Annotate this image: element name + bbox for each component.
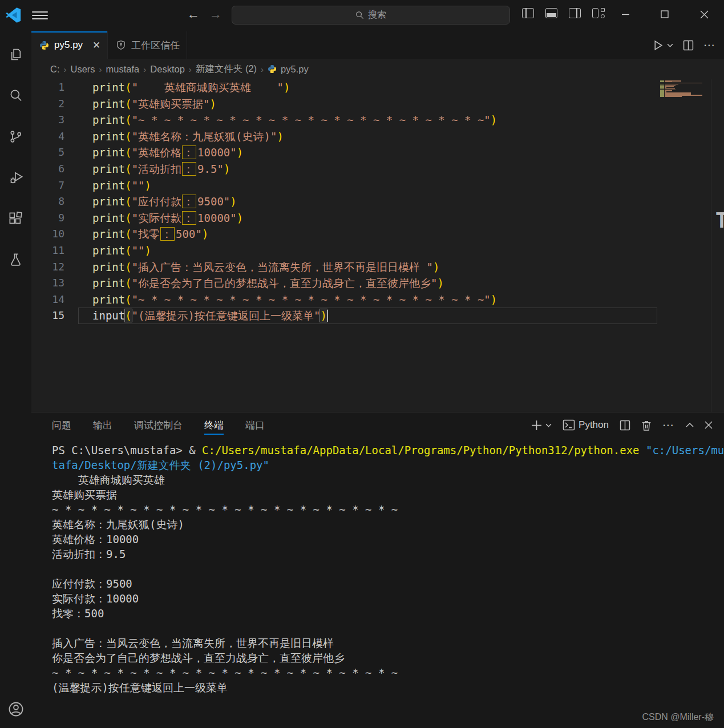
minimap[interactable]: [660, 80, 705, 97]
panel-actions: Python ⋯: [531, 412, 713, 438]
code-line[interactable]: 15input("(温馨提示)按任意键返回上一级菜单"): [31, 308, 724, 324]
forward-arrow-icon[interactable]: →: [207, 7, 224, 22]
tab-py5[interactable]: py5.py ✕: [31, 31, 108, 59]
extensions-icon[interactable]: [0, 204, 31, 233]
toggle-sidebar-icon[interactable]: [522, 8, 534, 18]
terminal-line: [52, 561, 718, 576]
code-token: ): [491, 293, 497, 306]
panel-more-icon[interactable]: ⋯: [662, 418, 675, 432]
code-token: (: [125, 98, 131, 110]
breadcrumb-file-label: py5.py: [281, 64, 309, 75]
terminal-text: C:/Users/mustafa/AppData/Local/Programs/…: [202, 444, 639, 456]
text-cursor: [327, 310, 328, 322]
breadcrumb-separator: ›: [98, 64, 104, 74]
line-number: 8: [31, 193, 78, 210]
command-center-search[interactable]: 搜索: [232, 6, 510, 25]
split-editor-icon[interactable]: [683, 40, 694, 51]
code-token: "": [132, 179, 145, 192]
code-text: print("实际付款：10000"): [78, 210, 243, 227]
terminal-profile[interactable]: Python: [563, 419, 609, 431]
close-panel-icon[interactable]: [705, 421, 713, 429]
code-line[interactable]: 7print(""): [31, 177, 724, 194]
panel-tab-输出[interactable]: 输出: [93, 412, 112, 438]
code-token: "~ * ~ * ~ * ~ * ~ * ~ * ~ * ~ * ~ * ~ *…: [132, 114, 491, 126]
panel-tab-终端[interactable]: 终端: [204, 412, 224, 438]
code-text: print("~ * ~ * ~ * ~ * ~ * ~ * ~ * ~ * ~…: [78, 292, 497, 308]
maximize-button[interactable]: [652, 0, 678, 29]
menu-icon[interactable]: [32, 9, 48, 22]
terminal-text: ~ * ~ * ~ * ~ * ~ * ~ * ~ * ~ * ~ * ~ * …: [52, 666, 398, 679]
tab-workspace-trust[interactable]: 工作区信任: [108, 31, 187, 59]
code-token: ：: [182, 211, 196, 225]
code-token: ): [284, 81, 290, 94]
new-terminal-button[interactable]: [531, 420, 552, 431]
code-token: print: [92, 277, 125, 289]
code-line[interactable]: 2print("英雄购买票据"): [31, 96, 724, 112]
toggle-secondary-sidebar-icon[interactable]: [569, 8, 581, 18]
line-number: 2: [31, 96, 78, 112]
breadcrumb-item[interactable]: mustafa: [106, 64, 140, 75]
line-number: 12: [31, 259, 78, 276]
maximize-panel-icon[interactable]: [686, 422, 694, 428]
breadcrumb-item[interactable]: Desktop: [150, 64, 185, 75]
search-view-icon[interactable]: [0, 80, 31, 110]
line-number: 10: [31, 226, 78, 242]
toggle-panel-icon[interactable]: [545, 8, 557, 18]
breadcrumb-item[interactable]: 新建文件夹 (2): [196, 63, 257, 75]
testing-icon[interactable]: [0, 245, 31, 274]
code-token: print: [92, 114, 125, 126]
code-line[interactable]: 10print("找零：500"): [31, 226, 724, 242]
more-actions-icon[interactable]: ⋯: [703, 38, 716, 52]
code-token: print: [92, 195, 125, 208]
code-line[interactable]: 14print("~ * ~ * ~ * ~ * ~ * ~ * ~ * ~ *…: [31, 292, 724, 308]
watermark: CSDN @Miller-穆: [642, 711, 714, 723]
customize-layout-icon[interactable]: [592, 8, 605, 18]
terminal-line: 实际付款：10000: [52, 591, 718, 606]
panel-tab-端口[interactable]: 端口: [245, 412, 265, 438]
run-debug-icon[interactable]: [0, 163, 31, 192]
code-editor[interactable]: 1print(" 英雄商城购买英雄 ")2print("英雄购买票据")3pri…: [31, 79, 724, 412]
code-line[interactable]: 4print("英雄名称：九尾妖狐(史诗)"): [31, 128, 724, 145]
code-line[interactable]: 8print("应付付款：9500"): [31, 193, 724, 210]
code-token: print: [92, 212, 125, 224]
account-icon[interactable]: [0, 701, 31, 718]
back-arrow-icon[interactable]: ←: [185, 7, 202, 22]
code-line[interactable]: 5print("英雄价格：10000"): [31, 144, 724, 161]
kill-terminal-icon[interactable]: [641, 420, 652, 431]
code-token: ): [210, 98, 216, 110]
panel-tab-调试控制台[interactable]: 调试控制台: [134, 412, 183, 438]
code-line[interactable]: 9print("实际付款：10000"): [31, 210, 724, 227]
breadcrumb-separator: ›: [259, 64, 265, 74]
close-tab-icon[interactable]: ✕: [92, 39, 100, 51]
code-line[interactable]: 12print("插入广告：当风云变色，当流离失所，世界不再是旧日模样 "): [31, 259, 724, 276]
code-token: ): [433, 261, 439, 273]
terminal-line: (温馨提示)按任意键返回上一级菜单: [52, 680, 718, 695]
code-line[interactable]: 6print("活动折扣：9.5"): [31, 161, 724, 177]
breadcrumb-item[interactable]: Users: [71, 64, 95, 75]
code-token: (: [125, 195, 131, 208]
code-line[interactable]: 13print("你是否会为了自己的梦想战斗，直至力战身亡，直至彼岸他乡"): [31, 275, 724, 292]
explorer-icon[interactable]: [0, 39, 31, 69]
breadcrumb-file[interactable]: py5.py: [268, 64, 309, 75]
code-text: print("你是否会为了自己的梦想战斗，直至力战身亡，直至彼岸他乡"): [78, 275, 444, 292]
split-terminal-icon[interactable]: [620, 420, 630, 431]
code-line[interactable]: 3print("~ * ~ * ~ * ~ * ~ * ~ * ~ * ~ * …: [31, 112, 724, 128]
terminal-line: PS C:\Users\mustafa> & C:/Users/mustafa/…: [52, 443, 718, 458]
terminal-text: 英雄购买票据: [52, 488, 117, 501]
terminal-output[interactable]: PS C:\Users\mustafa> & C:/Users/mustafa/…: [52, 443, 718, 728]
minimize-button[interactable]: [612, 0, 638, 29]
code-line[interactable]: 1print(" 英雄商城购买英雄 "): [31, 79, 724, 96]
code-token: (: [125, 81, 131, 94]
code-token: ): [320, 309, 326, 322]
source-control-icon[interactable]: [0, 122, 31, 151]
terminal-line: ~ * ~ * ~ * ~ * ~ * ~ * ~ * ~ * ~ * ~ * …: [52, 502, 718, 517]
terminal-text: "c:/Users/mus: [640, 444, 724, 456]
close-window-button[interactable]: [691, 0, 717, 29]
line-number: 14: [31, 292, 78, 308]
breadcrumb-item[interactable]: C:: [50, 64, 60, 75]
run-python-button[interactable]: [652, 39, 673, 51]
panel-tab-问题[interactable]: 问题: [52, 412, 71, 438]
terminal-icon: [563, 419, 575, 431]
code-line[interactable]: 11print(""): [31, 242, 724, 259]
code-token: ): [145, 179, 151, 192]
